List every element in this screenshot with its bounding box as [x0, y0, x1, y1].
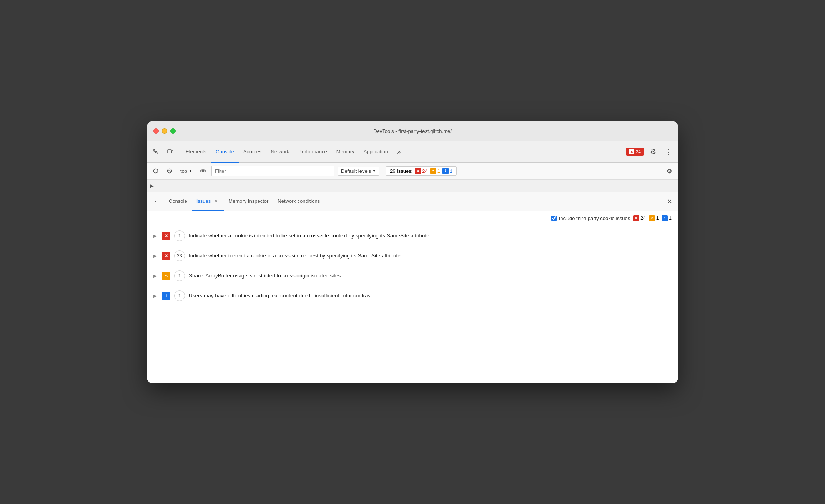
issues-summary-error: ✕ 24 [633, 215, 645, 221]
issue-text: Indicate whether to send a cookie in a c… [189, 252, 401, 260]
filter-input[interactable] [211, 166, 334, 176]
panel-tab-issues[interactable]: Issues ✕ [192, 192, 224, 211]
issue-count-circle: 1 [174, 230, 185, 241]
error-badge-count: 24 [636, 149, 641, 154]
more-options-button[interactable]: ⋮ [662, 146, 675, 158]
issues-summary-info: ℹ 1 [662, 215, 672, 221]
empty-area [147, 306, 678, 383]
eye-button[interactable] [198, 166, 208, 176]
issue-text: SharedArrayBuffer usage is restricted to… [189, 272, 341, 280]
panel-tabs: ⋮ Console Issues ✕ Memory Inspector Netw… [147, 192, 678, 211]
main-tab-elements[interactable]: Elements [181, 141, 211, 163]
issues-info-badge: ℹ 1 [442, 168, 452, 174]
close-issues-tab-button[interactable]: ✕ [213, 198, 219, 204]
error-badge-icon: ✕ [629, 149, 634, 154]
devtools-tabs: Elements Console Sources Network Perform… [147, 141, 678, 163]
include-third-party-label: Include third-party cookie issues [559, 216, 630, 221]
clear-console-button[interactable] [150, 166, 161, 176]
issue-type-error-icon: ✕ [162, 232, 170, 240]
issue-count-circle: 23 [174, 250, 185, 261]
minimize-button[interactable] [162, 128, 167, 134]
issue-text: Indicate whether a cookie is intended to… [189, 232, 429, 240]
issues-info-icon: ℹ [442, 168, 449, 174]
panel-tab-network-conditions-label: Network conditions [278, 198, 320, 204]
panel-tab-menu-button[interactable]: ⋮ [150, 196, 161, 207]
panel-tab-console-label: Console [169, 198, 187, 204]
expand-chevron-icon: ▶ [150, 183, 154, 189]
include-third-party-input[interactable] [551, 216, 557, 221]
issue-row[interactable]: ▶ ✕ 23 Indicate whether to send a cookie… [147, 246, 678, 266]
console-toolbar: top ▼ Default levels ▼ 26 Issues: ✕ 24 ⚠… [147, 163, 678, 180]
more-tabs-button[interactable]: » [393, 146, 405, 158]
summary-error-icon: ✕ [633, 215, 639, 221]
tab-right-area: ✕ 24 ⚙ ⋮ [626, 146, 675, 158]
issue-expand-icon: ▶ [153, 234, 158, 239]
svg-point-7 [202, 170, 204, 172]
issues-list: ▶ ✕ 1 Indicate whether a cookie is inten… [147, 226, 678, 306]
bottom-panel: ⋮ Console Issues ✕ Memory Inspector Netw… [147, 192, 678, 383]
level-dropdown-icon: ▼ [373, 169, 376, 173]
issues-toolbar: Include third-party cookie issues ✕ 24 ⚠… [147, 211, 678, 226]
devtools-icon-group [150, 146, 176, 158]
issue-expand-icon: ▶ [153, 274, 158, 279]
console-settings-button[interactable]: ⚙ [664, 166, 675, 176]
summary-error-count: 24 [640, 216, 645, 221]
close-panel-button[interactable]: ✕ [664, 196, 675, 207]
summary-warning-icon: ⚠ [649, 215, 655, 221]
issues-warning-icon: ⚠ [430, 168, 436, 174]
issue-type-warning-icon: ⚠ [162, 272, 170, 280]
maximize-button[interactable] [170, 128, 176, 134]
issue-expand-icon: ▶ [153, 293, 158, 298]
issues-error-icon: ✕ [415, 168, 421, 174]
window-title: DevTools - first-party-test.glitch.me/ [373, 128, 452, 134]
panel-tab-memory-inspector[interactable]: Memory Inspector [224, 192, 273, 211]
issue-row[interactable]: ▶ ✕ 1 Indicate whether a cookie is inten… [147, 226, 678, 246]
devtools-window: DevTools - first-party-test.glitch.me/ E… [147, 121, 678, 383]
issue-type-error-icon: ✕ [162, 252, 170, 260]
main-tab-console[interactable]: Console [211, 141, 239, 163]
device-toolbar-button[interactable] [164, 146, 176, 158]
summary-warning-count: 1 [656, 216, 659, 221]
settings-button[interactable]: ⚙ [647, 146, 659, 158]
inspect-element-button[interactable] [150, 146, 163, 158]
main-tab-application[interactable]: Application [359, 141, 393, 163]
summary-info-icon: ℹ [662, 215, 668, 221]
issue-count-circle: 1 [174, 290, 185, 301]
issue-count-circle: 1 [174, 270, 185, 281]
level-selector[interactable]: Default levels ▼ [338, 167, 379, 176]
context-label: top [180, 168, 187, 174]
issues-warning-badge: ⚠ 1 [430, 168, 440, 174]
main-tab-memory[interactable]: Memory [332, 141, 359, 163]
issues-count-area[interactable]: 26 Issues: ✕ 24 ⚠ 1 ℹ 1 [386, 166, 457, 176]
panel-tab-memory-inspector-label: Memory Inspector [228, 198, 268, 204]
issues-error-badge: ✕ 24 [415, 168, 427, 174]
stop-icon[interactable] [164, 166, 175, 176]
issue-type-info-icon: ℹ [162, 292, 170, 300]
issues-summary-warning: ⚠ 1 [649, 215, 659, 221]
issue-row[interactable]: ▶ ℹ 1 Users may have difficulties readin… [147, 286, 678, 306]
close-button[interactable] [153, 128, 159, 134]
level-label: Default levels [341, 168, 371, 174]
context-selector[interactable]: top ▼ [178, 167, 195, 175]
dropdown-arrow-icon: ▼ [189, 169, 192, 173]
expand-row[interactable]: ▶ [147, 180, 678, 192]
issue-expand-icon: ▶ [153, 254, 158, 259]
include-third-party-checkbox[interactable]: Include third-party cookie issues [551, 216, 630, 221]
panel-tab-network-conditions[interactable]: Network conditions [273, 192, 324, 211]
svg-line-6 [169, 170, 171, 172]
issue-text: Users may have difficulties reading text… [189, 292, 372, 300]
main-tab-sources[interactable]: Sources [239, 141, 266, 163]
panel-tab-issues-label: Issues [196, 198, 211, 204]
panel-tab-console[interactable]: Console [164, 192, 192, 211]
issues-label: 26 Issues: [390, 168, 412, 174]
titlebar: DevTools - first-party-test.glitch.me/ [147, 121, 678, 141]
traffic-lights [153, 128, 176, 134]
summary-info-count: 1 [669, 216, 672, 221]
issue-row[interactable]: ▶ ⚠ 1 SharedArrayBuffer usage is restric… [147, 266, 678, 286]
svg-rect-2 [172, 151, 173, 153]
main-tab-network[interactable]: Network [266, 141, 294, 163]
main-tab-performance[interactable]: Performance [294, 141, 331, 163]
svg-rect-1 [168, 150, 171, 153]
error-count-badge[interactable]: ✕ 24 [626, 148, 644, 156]
